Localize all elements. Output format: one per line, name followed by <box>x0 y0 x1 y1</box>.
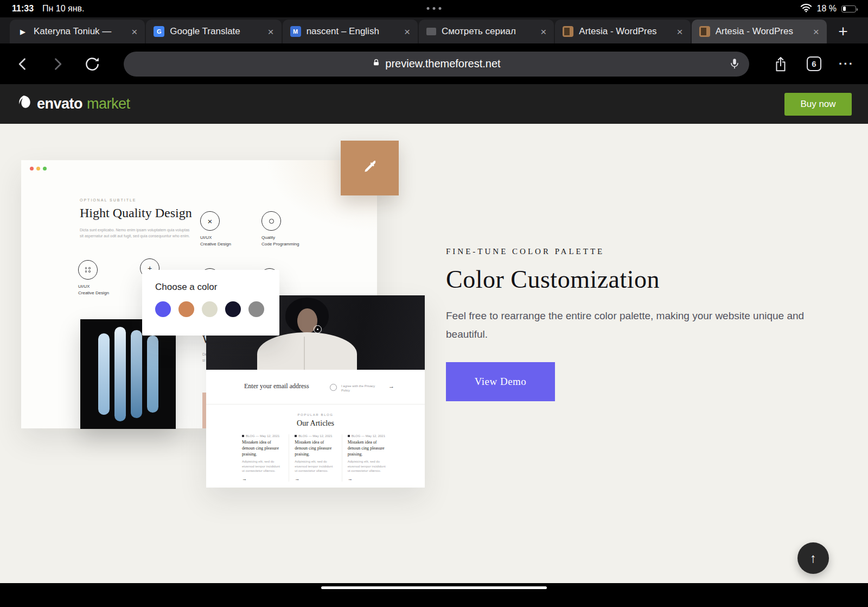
close-icon[interactable]: × <box>404 27 410 37</box>
grid-circle-icon <box>78 260 98 280</box>
pill-shape <box>147 336 158 413</box>
tab-title: Kateryna Toniuk — <box>34 26 126 37</box>
checkbox-icon[interactable] <box>330 384 337 391</box>
swatch-row <box>155 301 264 317</box>
buy-now-button[interactable]: Buy now <box>784 93 852 116</box>
preview-body-text: Dicta sunt explicabo. Nemo enim ipsam vo… <box>80 227 193 239</box>
status-date: Пн 10 янв. <box>42 4 84 14</box>
tab-title: Artesia - WordPres <box>579 26 671 37</box>
article-card[interactable]: BLOG — May 12, 2021 Mistaken idea of den… <box>242 434 283 482</box>
tab-overview-button[interactable]: 6 <box>807 56 821 71</box>
color-swatch-black[interactable] <box>225 301 241 317</box>
close-icon[interactable]: × <box>131 27 137 37</box>
article-meta: BLOG — May 12, 2021 <box>295 434 336 438</box>
window-dots-icon <box>30 167 47 170</box>
close-icon[interactable]: × <box>268 27 274 37</box>
artesia-favicon-icon <box>563 26 573 37</box>
battery-icon <box>841 5 856 12</box>
x-circle-icon: × <box>200 211 220 231</box>
dictionary-icon: M <box>290 26 301 37</box>
close-icon[interactable]: × <box>540 27 546 37</box>
dot-circle-icon <box>261 211 281 231</box>
artesia-favicon-icon <box>699 26 710 37</box>
article-card[interactable]: BLOG — May 12, 2021 Mistaken idea of den… <box>342 434 389 482</box>
newsletter-section: Enter your email address I agree with th… <box>206 370 425 404</box>
forward-button[interactable] <box>49 56 66 72</box>
article-excerpt: Adipisicing elit, sed do eiusmod tempor … <box>295 459 336 473</box>
reload-button[interactable] <box>84 56 101 72</box>
tab-youtube[interactable]: ▶ Kateryna Toniuk — × <box>10 20 145 43</box>
close-icon[interactable]: × <box>813 27 819 37</box>
tab-title: Artesia - WordPres <box>716 26 808 37</box>
email-input[interactable]: Enter your email address <box>244 382 309 390</box>
tab-title: Смотреть сериал <box>442 26 535 37</box>
article-card[interactable]: BLOG — May 12, 2021 Mistaken idea of den… <box>289 434 336 482</box>
tab-google-translate[interactable]: G Google Translate × <box>146 20 281 43</box>
article-title: Mistaken idea of denoun cing pleasure pr… <box>295 440 336 457</box>
translate-icon: G <box>154 26 164 37</box>
status-left: 11:33 Пн 10 янв. <box>12 4 85 14</box>
read-more-arrow-icon[interactable]: → <box>242 476 283 482</box>
view-demo-button[interactable]: View Demo <box>446 362 555 401</box>
section-eyebrow: FINE-TUNE COLOR PALETTE <box>446 247 820 256</box>
picker-target-icon <box>314 325 322 333</box>
read-more-arrow-icon[interactable]: → <box>295 476 336 482</box>
popup-title: Choose a color <box>155 282 217 293</box>
feature-quality-1: Quality Code Programming <box>261 211 299 248</box>
meta-square-icon <box>348 435 350 437</box>
mic-icon[interactable] <box>729 58 741 72</box>
envato-logo[interactable]: envato market <box>16 94 130 114</box>
article-title: Mistaken idea of denoun cing pleasure pr… <box>242 440 283 457</box>
feature-uiux-2: UI/UX Creative Design <box>78 260 109 296</box>
tab-dictionary[interactable]: M nascent – English × <box>283 20 418 43</box>
color-swatch-gray[interactable] <box>248 301 264 317</box>
article-title: Mistaken idea of denoun cing pleasure pr… <box>348 440 389 457</box>
scroll-to-top-button[interactable]: ↑ <box>797 542 829 574</box>
feature-label: UI/UX Creative Design <box>200 235 231 248</box>
close-icon[interactable]: × <box>677 27 683 37</box>
meta-square-icon <box>295 435 297 437</box>
ipad-screen: 11:33 Пн 10 янв. 18 % ▶ Kateryna Toniuk … <box>0 0 868 607</box>
wifi-icon <box>800 3 812 15</box>
submit-arrow-icon[interactable]: → <box>388 383 394 389</box>
articles-title: Our Articles <box>242 419 389 428</box>
page-icon <box>426 28 436 35</box>
color-swatch-copper[interactable] <box>178 301 194 317</box>
tab-artesia-2-active[interactable]: Artesia - WordPres × <box>692 20 827 43</box>
multitasking-dots-icon[interactable] <box>427 7 442 10</box>
feature-uiux-1: × UI/UX Creative Design <box>200 211 231 248</box>
abstract-art-card <box>80 319 176 429</box>
section-description: Feel free to rearrange the entire color … <box>446 307 813 344</box>
address-bar[interactable]: preview.themeforest.net <box>124 52 749 77</box>
browser-menu-button[interactable]: ··· <box>839 57 854 71</box>
color-swatch-beige[interactable] <box>202 301 218 317</box>
url-text: preview.themeforest.net <box>385 58 500 70</box>
articles-row: BLOG — May 12, 2021 Mistaken idea of den… <box>242 434 389 482</box>
color-picker-popup: Choose a color <box>142 270 279 336</box>
meta-square-icon <box>242 435 244 437</box>
tab-artesia-1[interactable]: Artesia - WordPres × <box>555 20 690 43</box>
article-excerpt: Adipisicing elit, sed do eiusmod tempor … <box>242 459 283 473</box>
eyedropper-icon <box>362 159 378 178</box>
feature-label: Quality Code Programming <box>261 235 299 248</box>
envato-header: envato market Buy now <box>0 84 868 124</box>
envato-wordmark: envato <box>37 96 82 112</box>
tab-title: nascent – English <box>307 26 399 37</box>
new-tab-button[interactable]: + <box>828 20 858 43</box>
section-title: Color Customization <box>446 265 820 294</box>
battery-percent: 18 % <box>817 4 837 14</box>
market-wordmark: market <box>87 96 130 112</box>
back-button[interactable] <box>14 56 31 72</box>
article-excerpt: Adipisicing elit, sed do eiusmod tempor … <box>348 459 389 473</box>
pill-shape <box>131 330 142 418</box>
eyedropper-tile[interactable] <box>341 141 399 195</box>
color-swatch-indigo[interactable] <box>155 301 171 317</box>
feature-description-column: FINE-TUNE COLOR PALETTE Color Customizat… <box>446 247 820 401</box>
status-right: 18 % <box>800 3 856 15</box>
feature-label: UI/UX Creative Design <box>78 283 109 296</box>
tab-serial[interactable]: Смотреть сериал × <box>419 20 554 43</box>
home-indicator[interactable] <box>321 586 547 589</box>
share-icon[interactable] <box>772 56 789 72</box>
read-more-arrow-icon[interactable]: → <box>348 476 389 482</box>
preview-subtitle: OPTIONAL SUBTITLE <box>80 198 137 202</box>
